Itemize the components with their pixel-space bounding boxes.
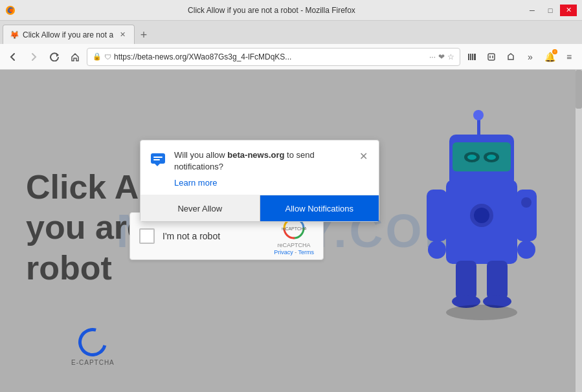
svg-point-14 xyxy=(467,155,476,160)
maximize-button[interactable]: □ xyxy=(542,5,559,16)
ecaptcha-label: E-CAPTCHA xyxy=(71,359,115,366)
svg-rect-22 xyxy=(456,261,476,299)
svg-rect-6 xyxy=(474,54,476,60)
scrollbar[interactable] xyxy=(576,70,582,392)
tab-favicon: 🦊 xyxy=(10,30,19,39)
menu-button[interactable]: ≡ xyxy=(560,48,578,66)
svg-rect-11 xyxy=(453,142,511,171)
robot-svg xyxy=(414,96,543,322)
extensions-button[interactable]: » xyxy=(521,48,539,66)
content-area: MYITSPY.COM Click Allow ifyou are not ar… xyxy=(0,70,582,392)
active-tab[interactable]: 🦊 Click Allow if you are not a ✕ xyxy=(3,25,135,44)
svg-point-27 xyxy=(474,208,489,223)
robot-illustration xyxy=(414,96,569,342)
forward-button[interactable] xyxy=(25,48,43,66)
browser-title: Click Allow if you are not a robot - Moz… xyxy=(19,6,524,15)
forward-icon xyxy=(29,52,38,61)
sync-button[interactable] xyxy=(482,48,500,66)
home-icon xyxy=(71,52,80,61)
svg-point-15 xyxy=(487,155,496,160)
svg-rect-3 xyxy=(468,54,469,60)
url-extra-icons: ··· ❤ ☆ xyxy=(429,52,454,61)
bookmarks-icon[interactable]: ❤ xyxy=(438,52,445,61)
scrollbar-thumb[interactable] xyxy=(576,70,582,109)
ecaptcha-logo: E-CAPTCHA xyxy=(71,328,115,366)
svg-point-21 xyxy=(517,241,535,259)
nav-bar: 🔒 🛡 https://beta-news.org/XWao87Gs3g_4-l… xyxy=(0,44,582,70)
recaptcha-brand-text: reCAPTCHA Privacy - Terms xyxy=(274,242,314,256)
svg-point-17 xyxy=(473,110,484,120)
shield-icon: 🛡 xyxy=(104,53,111,61)
recaptcha-terms-link[interactable]: Terms xyxy=(298,249,315,256)
url-bar[interactable]: 🔒 🛡 https://beta-news.org/XWao87Gs3g_4-l… xyxy=(87,48,460,66)
svg-rect-23 xyxy=(487,261,508,299)
svg-rect-4 xyxy=(470,54,471,60)
popup-message: Will you allow beta-news.org to send not… xyxy=(174,149,350,173)
svg-rect-30 xyxy=(151,153,165,164)
svg-point-28 xyxy=(446,305,517,320)
svg-rect-7 xyxy=(488,54,495,60)
title-bar: Click Allow if you are not a robot - Moz… xyxy=(0,0,582,21)
minimize-button[interactable]: ─ xyxy=(524,5,541,16)
more-options-icon[interactable]: ··· xyxy=(429,52,436,61)
popup-domain: beta-news.org xyxy=(227,150,284,160)
notification-button[interactable]: 🔔 ! xyxy=(541,48,559,66)
reload-button[interactable] xyxy=(45,48,63,66)
recaptcha-logo: reCAPTCHA reCAPTCHA Privacy - Terms xyxy=(274,216,314,256)
popup-close-button[interactable]: ✕ xyxy=(357,149,370,162)
svg-point-20 xyxy=(428,241,446,259)
tab-close-icon[interactable]: ✕ xyxy=(117,30,128,40)
addons-button[interactable] xyxy=(502,48,520,66)
popup-message-prefix: Will you allow xyxy=(174,150,227,160)
firefox-icon xyxy=(5,5,16,16)
notification-badge: ! xyxy=(552,49,557,54)
lock-icon: 🔒 xyxy=(93,52,102,61)
recaptcha-privacy-link[interactable]: Privacy xyxy=(274,249,293,256)
library-icon xyxy=(467,52,476,61)
allow-notifications-button[interactable]: Allow Notifications xyxy=(260,195,379,221)
reload-icon xyxy=(50,52,59,61)
svg-rect-16 xyxy=(477,118,480,136)
popup-chat-icon xyxy=(150,151,168,169)
home-button[interactable] xyxy=(66,48,84,66)
learn-more-link[interactable]: Learn more xyxy=(174,178,217,188)
url-text: https://beta-news.org/XWao87Gs3g_4-lFcMD… xyxy=(114,52,427,61)
nav-extra-buttons: » 🔔 ! ≡ xyxy=(463,48,578,66)
popup-buttons: Never Allow Allow Notifications xyxy=(140,195,379,221)
back-icon xyxy=(8,52,17,61)
sync-icon xyxy=(487,52,496,61)
svg-rect-32 xyxy=(153,159,160,160)
svg-rect-10 xyxy=(472,183,491,193)
tab-title: Click Allow if you are not a xyxy=(23,30,113,39)
svg-point-29 xyxy=(521,197,532,208)
window-controls: ─ □ ✕ xyxy=(524,5,577,16)
star-icon[interactable]: ☆ xyxy=(447,52,454,61)
svg-marker-2 xyxy=(56,53,59,57)
back-button[interactable] xyxy=(4,48,22,66)
notification-popup: Will you allow beta-news.org to send not… xyxy=(140,140,379,222)
close-button[interactable]: ✕ xyxy=(560,5,577,16)
never-allow-button[interactable]: Never Allow xyxy=(140,195,260,221)
popup-header: Will you allow beta-news.org to send not… xyxy=(140,140,379,177)
svg-rect-18 xyxy=(427,190,447,241)
svg-rect-5 xyxy=(472,54,473,60)
svg-text:reCAPTCHA: reCAPTCHA xyxy=(282,226,306,231)
svg-rect-31 xyxy=(153,157,162,158)
browser-window: Click Allow if you are not a robot - Moz… xyxy=(0,0,582,392)
tab-bar: 🦊 Click Allow if you are not a ✕ + xyxy=(0,21,582,44)
ecaptcha-icon xyxy=(73,323,112,362)
recaptcha-label: I'm not a robot xyxy=(162,231,266,241)
library-button[interactable] xyxy=(463,48,481,66)
recaptcha-checkbox[interactable] xyxy=(139,228,155,244)
new-tab-button[interactable]: + xyxy=(135,26,153,44)
popup-learn-more: Learn more xyxy=(140,177,379,195)
addons-icon xyxy=(506,52,515,61)
